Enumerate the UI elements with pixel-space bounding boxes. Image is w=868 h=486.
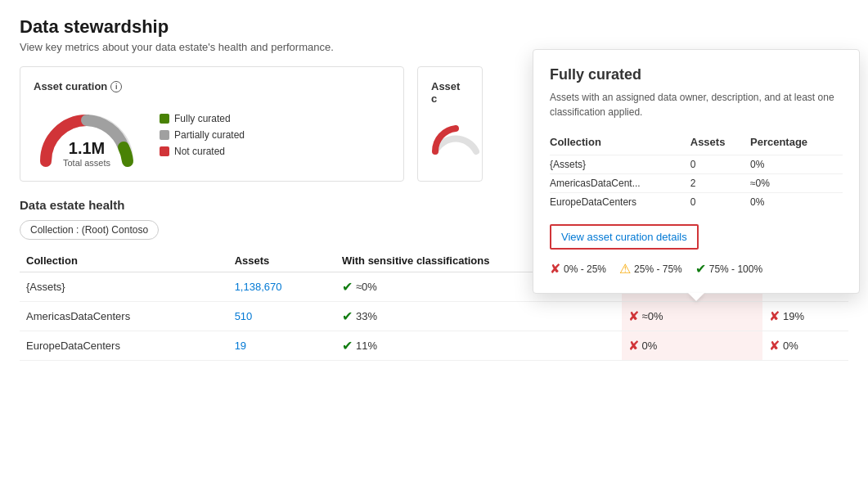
popup-title: Fully curated [550,66,843,83]
cell-owner-2: ✘ 0% [762,331,848,361]
status-icon-green: ✔ [342,338,353,353]
cell-fully-curated-1: ✘ ≈0% [622,302,762,331]
cell-collection-1: AmericasDataCenters [20,302,228,331]
gauge-container: 1.1M Total assets [34,102,140,168]
asset-card-2-title: Asset c [431,80,469,105]
status-icon-red: ✘ [769,308,780,324]
legend-item-not-curated: Not curated [160,146,245,157]
cell-collection-2: EuropeDataCenters [20,331,228,361]
legend-yellow-icon: ⚠ [619,261,631,277]
curation-content: 1.1M Total assets Fully curated Partiall… [34,102,390,168]
cell-assets-2[interactable]: 19 [228,331,335,361]
asset-curation-card-title: Asset curation i [34,80,390,92]
page-title: Data stewardship [20,16,848,38]
popup-link-container[interactable]: View asset curation details [550,224,699,250]
popup-row: {Assets} 0 0% [550,155,843,174]
collection-filter[interactable]: Collection : (Root) Contoso [20,220,159,240]
cell-fully-curated-2: ✘ 0% [622,331,762,361]
not-curated-dot [160,146,169,156]
popup-legend-green: ✔ 75% - 100% [695,261,762,277]
popup-cell-assets-0: 0 [690,155,750,174]
page-container: Data stewardship View key metrics about … [0,0,868,486]
gauge-label: Total assets [63,158,110,168]
status-icon-green: ✔ [342,308,353,324]
popup-table: Collection Assets Percentage {Assets} 0 … [550,133,843,211]
cell-sensitive-2: ✔ 11% [335,331,622,361]
popup-cell-collection-0: {Assets} [550,155,690,174]
popup-legend-red: ✘ 0% - 25% [550,261,606,277]
page-header: Data stewardship View key metrics about … [20,16,848,53]
table-row: AmericasDataCenters 510 ✔ 33% ✘ ≈0% [20,302,848,331]
status-icon-red: ✘ [628,338,639,353]
legend-item-partially-curated: Partially curated [160,129,245,141]
popup-col-percentage: Percentage [750,133,843,155]
cell-owner-1: ✘ 19% [762,302,848,331]
col-header-assets: Assets [228,250,335,272]
legend-green-icon: ✔ [695,261,706,277]
popup-row: EuropeDataCenters 0 0% [550,193,843,212]
view-asset-curation-link[interactable]: View asset curation details [561,231,687,243]
popup-cell-collection-1: AmericasDataCent... [550,174,690,193]
gauge-number: 1.1M [63,139,110,158]
popup-cell-assets-2: 0 [690,193,750,212]
popup-cell-pct-2: 0% [750,193,843,212]
popup-overlay: Fully curated Assets with an assigned da… [533,49,860,294]
status-icon-red: ✘ [769,338,780,353]
popup-cell-pct-0: 0% [750,155,843,174]
status-icon-red: ✘ [628,308,639,324]
col-header-collection: Collection [20,250,228,272]
asset-curation-card: Asset curation i [20,66,404,182]
info-icon[interactable]: i [110,81,122,92]
popup-legend-yellow: ⚠ 25% - 75% [619,261,682,277]
popup-col-collection: Collection [550,133,690,155]
popup-description: Assets with an assigned data owner, desc… [550,90,843,119]
status-icon-green: ✔ [342,279,353,295]
cell-collection-0: {Assets} [20,272,228,302]
popup-col-assets: Assets [690,133,750,155]
partially-curated-dot [160,130,169,140]
asset-card-2-gauge [431,115,480,155]
legend-item-fully-curated: Fully curated [160,113,245,124]
cell-assets-1[interactable]: 510 [228,302,335,331]
popup-cell-assets-1: 2 [690,174,750,193]
asset-card-2: Asset c [417,66,483,182]
fully-curated-dot [160,114,169,124]
cell-sensitive-1: ✔ 33% [335,302,622,331]
cell-assets-0[interactable]: 1,138,670 [228,272,335,302]
popup-cell-collection-2: EuropeDataCenters [550,193,690,212]
table-row: EuropeDataCenters 19 ✔ 11% ✘ 0% [20,331,848,361]
gauge-text: 1.1M Total assets [63,139,110,168]
legend-red-icon: ✘ [550,261,560,277]
popup-cell-pct-1: ≈0% [750,174,843,193]
popup-legend: ✘ 0% - 25% ⚠ 25% - 75% ✔ 75% - 100% [550,261,843,277]
curation-legend: Fully curated Partially curated Not cura… [160,113,245,157]
popup-pointer [688,293,704,301]
popup-row: AmericasDataCent... 2 ≈0% [550,174,843,193]
